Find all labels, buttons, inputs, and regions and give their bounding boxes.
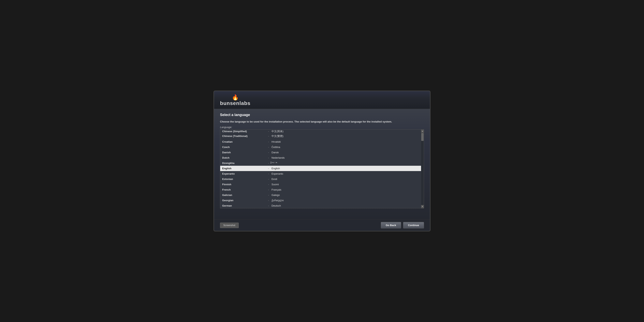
installer-footer: Screenshot Go Back Continue: [214, 220, 430, 231]
language-name: Dzongkha: [222, 162, 266, 164]
language-name: German: [222, 204, 266, 207]
language-native-name: Galego: [272, 194, 419, 196]
language-native-name: རྫོང་ཁ: [272, 162, 419, 164]
language-separator: -: [266, 204, 272, 207]
language-list-item[interactable]: English-English: [220, 166, 421, 171]
language-name: English: [222, 167, 266, 170]
installer-body: Select a language Choose the language to…: [214, 109, 430, 220]
language-native-name: Eesti: [272, 178, 419, 180]
scrollbar[interactable]: ▲ ▼: [421, 130, 424, 208]
language-separator: -: [266, 183, 272, 186]
language-list-item[interactable]: Esperanto-Esperanto: [220, 171, 421, 176]
footer-buttons: Go Back Continue: [381, 222, 424, 228]
scroll-thumb[interactable]: [421, 133, 424, 141]
language-name: Danish: [222, 151, 266, 154]
logo-prefix: bunsen: [220, 100, 239, 106]
language-separator: -: [266, 140, 272, 143]
language-native-name: ქართული: [272, 199, 419, 202]
language-native-name: English: [272, 167, 419, 170]
brand-name: bunsenlabs: [220, 100, 250, 106]
language-separator: -: [266, 130, 272, 133]
language-list-item[interactable]: Croatian-Hrvatski: [220, 139, 421, 144]
language-list-item[interactable]: Finnish-Suomi: [220, 182, 421, 187]
language-separator: -: [266, 188, 272, 191]
language-list-item[interactable]: German-Deutsch: [220, 203, 421, 208]
language-native-name: Dansk: [272, 151, 419, 154]
language-list-item[interactable]: Chinese (Traditional)-中文(繁體): [220, 133, 421, 139]
language-label: Language:: [220, 126, 424, 129]
language-list-container: Chinese (Simplified)-中文(简体)Chinese (Trad…: [220, 130, 424, 208]
language-native-name: Hrvatski: [272, 140, 419, 143]
page-description: Choose the language to be used for the i…: [220, 120, 414, 124]
language-list-item[interactable]: Galician-Galego: [220, 192, 421, 198]
language-list-item[interactable]: Dzongkha-རྫོང་ཁ: [220, 160, 421, 166]
language-list-item[interactable]: Danish-Dansk: [220, 150, 421, 155]
language-name: Chinese (Traditional): [222, 134, 266, 138]
language-name: Chinese (Simplified): [222, 130, 266, 133]
language-separator: -: [266, 156, 272, 159]
language-separator: -: [266, 146, 272, 148]
language-native-name: Čeština: [272, 146, 419, 148]
language-name: Esperanto: [222, 172, 266, 175]
language-native-name: 中文(繁體): [272, 134, 419, 138]
language-list-item[interactable]: Czech-Čeština: [220, 144, 421, 150]
go-back-button[interactable]: Go Back: [381, 222, 401, 228]
language-name: Estonian: [222, 178, 266, 180]
language-native-name: Suomi: [272, 183, 419, 186]
language-separator: -: [266, 134, 272, 138]
scroll-down-button[interactable]: ▼: [421, 205, 424, 208]
language-list-item[interactable]: Estonian-Eesti: [220, 176, 421, 182]
language-name: Galician: [222, 194, 266, 196]
language-name: Czech: [222, 146, 266, 148]
language-list-item[interactable]: Georgian-ქართული: [220, 198, 421, 203]
language-native-name: Nederlands: [272, 156, 419, 159]
language-native-name: 中文(简体): [272, 130, 419, 133]
language-native-name: Français: [272, 188, 419, 191]
installer-header: 🔥 bunsenlabs: [214, 91, 430, 109]
logo-suffix: labs: [239, 100, 250, 106]
page-title: Select a language: [220, 113, 424, 117]
language-separator: -: [266, 162, 272, 164]
continue-button[interactable]: Continue: [403, 222, 424, 228]
language-separator: -: [266, 178, 272, 180]
language-list: Chinese (Simplified)-中文(简体)Chinese (Trad…: [220, 130, 424, 208]
language-list-item[interactable]: Dutch-Nederlands: [220, 155, 421, 160]
language-native-name: Esperanto: [272, 172, 419, 175]
language-name: Georgian: [222, 199, 266, 202]
language-list-item[interactable]: French-Français: [220, 187, 421, 192]
language-name: Finnish: [222, 183, 266, 186]
scroll-track: [421, 133, 424, 208]
language-separator: -: [266, 151, 272, 154]
language-name: French: [222, 188, 266, 191]
language-name: Croatian: [222, 140, 266, 143]
language-list-item[interactable]: Chinese (Simplified)-中文(简体): [220, 130, 421, 133]
screenshot-button[interactable]: Screenshot: [220, 222, 239, 228]
language-native-name: Deutsch: [272, 204, 419, 207]
scroll-up-button[interactable]: ▲: [421, 130, 424, 133]
flame-icon: 🔥: [232, 95, 239, 100]
logo-area: 🔥 bunsenlabs: [220, 95, 250, 106]
installer-window: 🔥 bunsenlabs Select a language Choose th…: [214, 90, 430, 232]
language-separator: -: [266, 172, 272, 175]
language-name: Dutch: [222, 156, 266, 159]
language-separator: -: [266, 199, 272, 202]
language-separator: -: [266, 194, 272, 196]
language-separator: -: [266, 167, 272, 170]
